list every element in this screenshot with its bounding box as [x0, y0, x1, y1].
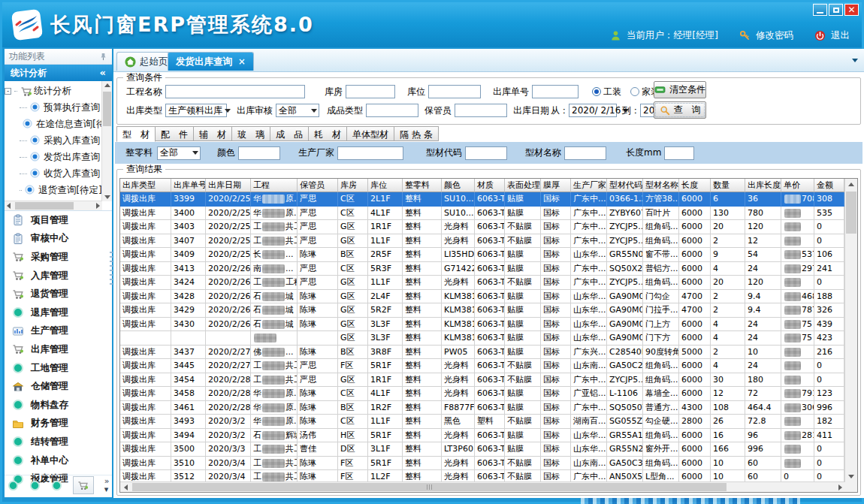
column-header[interactable]: 表面处理	[505, 179, 541, 192]
minimize-button[interactable]	[813, 4, 827, 16]
column-header[interactable]: 型材代码	[607, 179, 643, 192]
material-tab-3[interactable]: 辅 材	[193, 126, 232, 141]
collapse-icon[interactable]: «	[100, 65, 106, 81]
column-header[interactable]: 出库单号	[171, 179, 206, 192]
circle-icon[interactable]	[8, 480, 19, 491]
tab-shipping-query[interactable]: 发货出库查询 ×	[168, 52, 254, 71]
tree-item[interactable]: 采购入库查询	[5, 132, 102, 149]
sidebar-item-采购管理[interactable]: 采购管理	[5, 248, 112, 267]
radio-gongzhuang-label[interactable]: 工装	[603, 86, 621, 98]
tree-root[interactable]: -统计分析	[5, 83, 102, 99]
warehouse-input[interactable]	[346, 85, 395, 98]
column-header[interactable]: 金额	[814, 179, 844, 192]
table-row[interactable]: 调拨出库33992020/2/25华原...严思C区2L1F整料SU10...6…	[120, 192, 845, 207]
close-button[interactable]: ✕	[844, 4, 859, 16]
sidebar-item-生产管理[interactable]: 生产管理	[5, 322, 112, 341]
table-row[interactable]: 调拨出库35122020/3/4工共工程陈琳F区1L2F整料光身料6063-T5…	[120, 470, 845, 482]
table-row[interactable]: 调拨出库34132020/2/26南...严思C区5R3F整料G71422606…	[120, 262, 845, 276]
radio-gongzhuang[interactable]	[592, 87, 601, 96]
table-row[interactable]: 调拨出库34372020/2/27佛...陈琳B区3R8F整料PW056063-…	[120, 346, 845, 360]
column-header[interactable]: 工程	[251, 179, 298, 192]
column-header[interactable]: 膜厚	[541, 179, 571, 192]
location-input[interactable]	[428, 85, 481, 98]
column-header[interactable]: 数量	[711, 179, 745, 192]
grid-vscroll-thumb[interactable]	[846, 192, 856, 234]
table-row[interactable]: 调拨出库34032020/2/25工共工程严思G区1R1F整料光身料6063-T…	[120, 220, 845, 234]
sidebar-item-财务管理[interactable]: 财务管理	[5, 415, 112, 433]
table-row[interactable]: 调拨出库34282020/2/26石城陈琳G区2L4F整料KLM38176063…	[120, 290, 845, 304]
maximize-button[interactable]	[829, 4, 843, 16]
tab-list-dropdown-icon[interactable]	[852, 59, 858, 62]
radio-jiazhuang[interactable]	[630, 87, 639, 96]
grid-horizontal-scrollbar[interactable]	[120, 481, 845, 492]
table-row[interactable]: 调拨出库34072020/2/25工共工程严思G区1L1F整料光身料6063-T…	[120, 234, 845, 249]
sidebar-item-补单中心[interactable]: 补单中心	[5, 451, 112, 470]
stats-group-header[interactable]: 统计分析 «	[5, 65, 112, 81]
tree-vscroll-thumb[interactable]	[103, 92, 111, 126]
sidebar-item-项目管理[interactable]: 项目管理	[5, 211, 112, 230]
date-from-picker[interactable]: 2020/ 2/16	[569, 104, 617, 117]
material-tab-2[interactable]: 配 件	[155, 126, 194, 141]
search-button[interactable]: 查 询	[654, 101, 706, 119]
material-tab-4[interactable]: 玻 璃	[231, 126, 270, 141]
sidebar-item-结转管理[interactable]: 结转管理	[5, 433, 112, 451]
scroll-right-button[interactable]	[835, 482, 845, 492]
table-row[interactable]: 调拨出库34932020/3/2华原...陈琳C区1L1F整料黑色塑料不贴膜国标…	[120, 415, 845, 429]
material-tab-7[interactable]: 单体型材	[346, 126, 394, 141]
tree-item[interactable]: 发货出库查询	[5, 149, 102, 165]
table-row[interactable]: 调拨出库34612020/2/28华原...陈琳B区1R2F整料F8877FT6…	[120, 401, 845, 415]
out-type-select[interactable]: 生产领料出库	[165, 104, 227, 117]
sidebar-item-工地管理[interactable]: 工地管理	[5, 359, 112, 378]
scroll-left-button[interactable]	[120, 482, 131, 492]
tree-hscroll-thumb[interactable]	[15, 202, 74, 210]
tab-close-icon[interactable]: ×	[238, 56, 246, 67]
column-header[interactable]: 长度	[679, 179, 711, 192]
column-header[interactable]: 出库日期	[206, 179, 251, 192]
column-header[interactable]: 库位	[368, 179, 403, 192]
column-header[interactable]: 整零料	[403, 179, 442, 192]
color-input[interactable]	[238, 146, 280, 160]
material-tab-1[interactable]: 型 材	[116, 126, 156, 142]
pin-icon[interactable]	[99, 53, 107, 61]
profile-code-input[interactable]	[465, 146, 507, 160]
tree-item[interactable]: 退货查询[待定]	[5, 182, 102, 198]
tree-horizontal-scrollbar[interactable]	[5, 201, 102, 210]
sidebar-item-物料盘存[interactable]: 物料盘存	[5, 396, 112, 415]
scroll-up-button[interactable]	[845, 179, 857, 190]
project-name-input[interactable]	[165, 85, 305, 98]
profile-name-input[interactable]	[564, 146, 606, 160]
tree-item[interactable]: 收货入库查询	[5, 165, 102, 182]
sidebar-splitter[interactable]	[110, 252, 113, 286]
column-header[interactable]: 材质	[475, 179, 505, 192]
sidebar-item-仓储管理[interactable]: 仓储管理	[5, 377, 112, 396]
column-header[interactable]: 库房	[338, 179, 368, 192]
circle-icon[interactable]	[29, 480, 41, 491]
length-input[interactable]	[664, 146, 694, 160]
column-header[interactable]: 单价	[781, 179, 814, 192]
column-header[interactable]: 出库长度	[745, 179, 781, 192]
sidebar-item-退货管理[interactable]: 退货管理	[5, 285, 112, 303]
keeper-input[interactable]	[455, 104, 507, 117]
sidebar-item-退库管理[interactable]: 退库管理	[5, 303, 112, 322]
order-no-input[interactable]	[532, 85, 579, 98]
logout-link[interactable]: 退出	[831, 29, 850, 42]
column-header[interactable]: 型材名称	[643, 179, 679, 192]
product-type-input[interactable]	[366, 104, 418, 117]
overflow-chevron[interactable]: »▾	[104, 477, 110, 493]
tree-vertical-scrollbar[interactable]	[101, 81, 112, 201]
column-header[interactable]: 出库类型	[120, 179, 171, 192]
scroll-down-button[interactable]	[845, 471, 857, 482]
whole-select[interactable]: 全部	[157, 146, 201, 160]
clear-conditions-button[interactable]: 清空条件	[654, 81, 706, 98]
column-header[interactable]: 颜色	[442, 179, 475, 192]
table-row[interactable]: 调拨出库34242020/2/26工工程严思G区1L1F整料光身料6063-T5…	[120, 276, 845, 290]
change-password-link[interactable]: 修改密码	[756, 29, 793, 42]
material-tab-8[interactable]: 隔 热 条	[394, 126, 439, 141]
table-row[interactable]: 调拨出库34302020/2/26石城陈琳G区3L3F整料KLM38176063…	[120, 318, 845, 332]
table-row[interactable]: 调拨出库34582020/2/28华原...陈琳C区4L1F整料光身料6063-…	[120, 387, 845, 401]
sidebar-item-审核中心[interactable]: 审核中心	[5, 230, 112, 249]
grid-vertical-scrollbar[interactable]	[844, 179, 857, 482]
manufacturer-input[interactable]	[337, 146, 403, 160]
table-row[interactable]: 调拨出库34092020/2/25长...陈琳B区2R5F整料LI35HD606…	[120, 248, 845, 262]
grid-hscroll-thumb[interactable]	[132, 483, 727, 491]
